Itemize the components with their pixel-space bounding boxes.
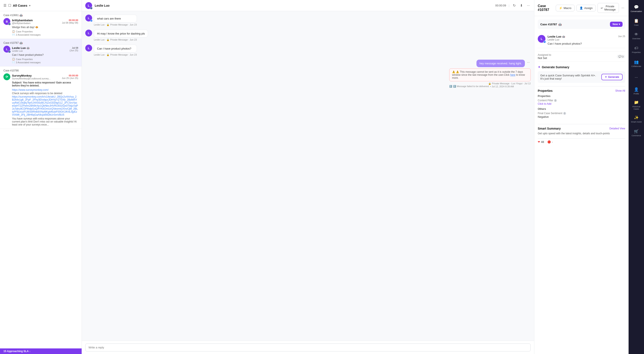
case-time: 00:00:00 Jul 08 (May 08) [62,19,78,24]
nav-item-collaborate[interactable]: 👥 Collaborate [628,57,644,70]
private-msg-icon: ↩ [601,7,603,10]
nav-item-conversation[interactable]: 💬 Conversation [628,2,644,16]
case-info-id-row: Case #10787 🤖 [540,23,562,26]
message-row: L Can I have product photos? Leslie Luo … [85,45,531,56]
generate-button[interactable]: ✦ Generate [601,74,622,80]
checkbox-icon[interactable]: ☐ [8,4,11,8]
message-row: L ✓ what cars are there Leslie Luo · 🔒 P… [85,15,531,26]
show-all-link[interactable]: Show All [615,89,625,92]
chat-header: L f Leslie Luo 00:00:09 | ↻ ⬇ ··· [82,0,534,11]
download-button[interactable]: ⬇ [519,3,524,8]
survey-link[interactable]: https://www.surveymonkey.com/ [12,88,78,91]
prop-row: Final Case Sentiment i Negative [538,112,625,118]
message-failed: ℹ️ ℹ️ Message failed to be delivered. • … [449,85,531,88]
comment-icon: 💬 [618,55,622,58]
case-meta: 📋Case Properties ✉️2 Associated messages [12,30,78,36]
refresh-button[interactable]: ↻ [512,3,516,8]
message-avatar: L ✓ [85,15,92,22]
case-item[interactable]: Case #10661 🤖 B f brittybambalam @britty… [0,11,82,39]
assigned-value: Not Set [538,56,551,60]
nav-item-more[interactable]: ··· [628,70,644,84]
collaborate-icon: 👥 [634,60,639,64]
properties-section: Properties Show All Properties Content P… [538,86,625,121]
case-time: Jul 08 (Jun 25) [70,47,78,52]
generate-summary-section: ✦ Generate Summary Get a quick Case Summ… [538,65,625,83]
chat-panel: L f Leslie Luo 00:00:09 | ↻ ⬇ ··· L ✓ wh… [82,0,534,354]
case-icon: 📋 [634,19,639,23]
chat-user-name: Leslie Luo [95,4,110,7]
contact-detail-name: Leslie Luo 🤖 [548,35,616,38]
nav-item-properties[interactable]: 🏷 Properties [628,43,644,57]
info-icon[interactable]: i [554,99,557,102]
properties-title: Properties [538,89,552,92]
outgoing-message-bubble: hey message received. hang tight. [476,60,525,67]
case-item-selected[interactable]: Case #10787 🤖 L f Leslie Luo 🤖 Leslie Lu… [0,39,82,67]
sla-label: 15 Approaching SLA ↓ [4,350,30,353]
sparkle-icon: ✦ [538,65,540,69]
case-bot-icon: 🤖 [20,14,23,17]
message-meta: Leslie Luo · 🔒 Private Message · Jun 23 [94,23,137,26]
case-item[interactable]: Case #10786 ⟳ SurveyMonkey SurveyMonkey@… [0,67,82,129]
cases-title[interactable]: All Cases [13,4,28,7]
commerce-icon: 🛒 [634,129,639,134]
stats-row: ❤ 48 🔴 - [538,138,625,145]
contact-detail-avatar: L ✓ [538,35,546,43]
msg-platform-badge: ✓ [90,20,92,22]
detail-more-button[interactable]: ··· [621,5,625,11]
info-icon[interactable]: i [563,112,566,115]
nav-item-profile[interactable]: 👤 Profile [628,84,644,98]
macro-icon: ⚡ [559,7,562,10]
nav-item-smart-assist[interactable]: ✨ Smart Assist [628,112,644,126]
prop-label: Content Pillar i [538,99,625,102]
survey-long-link[interactable]: https://surveymonkey.com/tr/v1/te/akU_2B… [12,95,78,116]
chat-timer: 00:00:09 [495,4,506,7]
contact-detail-date: Jun 25 [618,35,625,38]
nav-item-historical-cases[interactable]: 📁 Historical Cases [628,98,644,112]
nav-label-conversation: Conversation [630,10,642,13]
heart-icon: ❤ [538,140,540,143]
status-button[interactable]: New ▾ [610,22,622,27]
warning-icon: ⚠️ [452,70,455,73]
prop-click-to-add[interactable]: Click to Add [538,102,625,105]
generate-sparkle-icon: ✦ [605,76,607,79]
message-options-button[interactable]: ··· [526,60,531,65]
sla-bar[interactable]: 15 Approaching SLA ↓ [0,348,82,354]
smart-summary-title: Smart Summary [538,127,561,130]
more-options-button[interactable]: ··· [526,3,531,8]
properties-icon: 🏷 [634,46,638,50]
macro-button[interactable]: ⚡ Macro [556,5,574,11]
reply-input[interactable] [85,343,531,351]
cases-chevron[interactable]: ▾ [29,4,30,7]
nav-item-commerce[interactable]: 🛒 Commerce [628,126,644,140]
nav-label-historical-cases: Historical Cases [630,106,643,110]
more-icon: ··· [634,75,638,80]
assigned-label: Assigned to [538,53,551,56]
conversation-icon: 💬 [634,5,639,10]
error-link[interactable]: here [510,73,515,76]
contact-platform-badge: ✓ [543,41,546,43]
properties-header: Properties Show All [538,89,625,92]
prop-group-others: Others Final Case Sentiment i Negative [538,107,625,118]
assign-button[interactable]: 👤 Assign [576,5,596,11]
prop-row: Content Pillar i Click to Add [538,99,625,105]
contact-bot-icon: 🤖 [26,47,30,49]
contact-avatar: L f [4,46,10,53]
nav-item-overview[interactable]: 👁 Overview [628,29,644,43]
prop-others-title: Others [538,107,625,110]
private-message-button[interactable]: ↩ Private Message [598,3,619,13]
generate-card: Get a quick Case Summary with Sprinklr A… [538,71,625,83]
case-preview: Can I have product photos? [12,53,78,56]
nav-label-case: Case [634,24,638,26]
message-meta-outgoing: · 🔒 Private Message · Luo Yingui · Jul 1… [449,82,531,85]
menu-icon[interactable]: ☰ [4,4,6,8]
assign-icon: 👤 [580,7,583,10]
case-preview: Subject: You have extra responses! Gain … [12,81,78,87]
contact-info: SurveyMonkey SurveyMonkey@t.outbound.sur… [12,74,60,80]
nav-item-case[interactable]: 📋 Case [628,16,644,29]
contact-name: brittybambalam [12,19,60,22]
detailed-view-link[interactable]: Detailed View [610,127,625,130]
cases-header: ☰ ☐ All Cases ▾ [0,0,82,11]
contact-name: Leslie Luo 🤖 [12,46,68,50]
case-detail-header: Case #10787 ⚡ Macro 👤 Assign ↩ Private M… [534,0,628,16]
status-chevron: ▾ [619,23,620,26]
